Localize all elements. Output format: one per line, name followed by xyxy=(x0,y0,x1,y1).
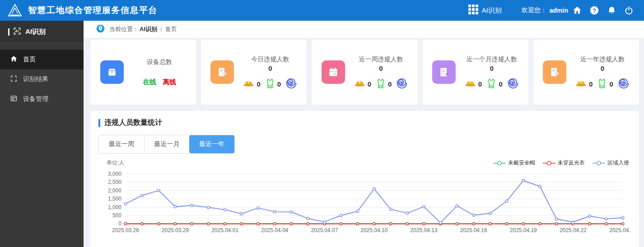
vest-icon xyxy=(265,78,275,89)
intrusion-spiral-icon xyxy=(618,78,630,89)
svg-text:1,000: 1,000 xyxy=(108,204,121,210)
vest-icon xyxy=(597,78,607,89)
scan-icon xyxy=(10,75,18,84)
legend-item-helmet[interactable]: 未戴安全帽 xyxy=(493,159,535,167)
svg-text:2,500: 2,500 xyxy=(108,179,121,185)
card-title: 今日违规人数 xyxy=(251,55,289,64)
vest-count: 0 xyxy=(277,80,281,88)
sidebar-title: A AI识别 xyxy=(0,21,84,43)
stat-card-week-violations: 近一周违规人数 0 0 xyxy=(312,40,417,105)
section-accent-bar xyxy=(98,119,100,127)
svg-text:1,500: 1,500 xyxy=(108,196,121,202)
breadcrumb-root[interactable]: AI识别 xyxy=(140,25,157,33)
vest-icon xyxy=(486,78,496,89)
stat-cards-row: 设备总数 在线 离线 xyxy=(90,40,639,105)
svg-text:2025.03.29: 2025.03.29 xyxy=(162,227,189,233)
home-icon[interactable] xyxy=(569,5,585,15)
intrusion-spiral-icon xyxy=(285,78,297,89)
svg-text:2025.04.13: 2025.04.13 xyxy=(411,227,438,233)
tab-last-week[interactable]: 最近一周 xyxy=(99,135,144,153)
sidebar-item-label: 首页 xyxy=(23,55,36,64)
sidebar-item-label: 设备管理 xyxy=(23,95,48,103)
legend-item-vest[interactable]: 未穿反光衣 xyxy=(542,159,585,167)
section-title: 违规人员数量统计 xyxy=(104,118,162,128)
device-icon xyxy=(10,95,18,104)
svg-text:3,000: 3,000 xyxy=(108,171,121,177)
svg-text:2025.03.26: 2025.03.26 xyxy=(112,227,139,233)
sidebar-menu: 首页 识别结果 设备管理 xyxy=(0,50,84,109)
helmet-count: 0 xyxy=(257,80,260,88)
card-title: 设备总数 xyxy=(147,58,172,66)
sidebar-item-results[interactable]: 识别结果 xyxy=(0,69,84,89)
help-icon[interactable]: ? xyxy=(586,5,602,15)
online-label: 在线 xyxy=(143,78,156,87)
svg-text:0: 0 xyxy=(118,220,121,227)
svg-text:500: 500 xyxy=(112,212,121,219)
violations-stats-panel: 违规人员数量统计 最近一周 最近一月 最近一年 单位:人 未戴安全帽 未穿反光衣 xyxy=(90,111,639,247)
card-value: 0 xyxy=(379,64,383,72)
archive-box-icon xyxy=(100,60,124,84)
intrusion-spiral-icon xyxy=(507,78,519,89)
stat-card-year-violations: 近一年违规人数 0 0 xyxy=(533,40,639,105)
svg-text:2025.04.25: 2025.04.25 xyxy=(609,227,631,233)
legend-marker xyxy=(542,160,556,166)
stat-card-device-total: 设备总数 在线 离线 xyxy=(90,40,196,105)
home-icon xyxy=(10,55,18,64)
violation-breakdown: 0 0 xyxy=(465,78,519,89)
ai-scan-icon: A xyxy=(13,27,22,37)
app-switcher[interactable]: AI识别 xyxy=(468,5,502,16)
tab-last-month[interactable]: 最近一月 xyxy=(144,135,189,153)
app-header: 智慧工地综合管理服务信息平台 AI识别 欢迎您： admin ? xyxy=(0,0,644,21)
svg-text:2025.04.01: 2025.04.01 xyxy=(211,227,238,233)
sidebar: A AI识别 首页 识别结果 xyxy=(0,21,84,247)
page-title: 智慧工地综合管理服务信息平台 xyxy=(28,5,158,16)
main-content: 当前位置： AI识别 / 首页 设备总数 在线 离 xyxy=(84,21,644,247)
svg-text:2025.04.10: 2025.04.10 xyxy=(361,227,388,233)
svg-text:2,000: 2,000 xyxy=(108,188,121,194)
legend-label: 未穿反光衣 xyxy=(558,159,585,167)
helmet-count: 0 xyxy=(478,80,482,88)
legend-label: 未戴安全帽 xyxy=(508,159,535,167)
username[interactable]: admin xyxy=(550,7,568,14)
helmet-count: 0 xyxy=(368,80,371,88)
intrusion-spiral-icon xyxy=(396,78,408,89)
helmet-icon xyxy=(243,79,254,87)
sidebar-item-home[interactable]: 首页 xyxy=(0,50,84,69)
violation-breakdown: 0 0 xyxy=(354,78,408,89)
apps-grid-icon xyxy=(468,5,478,16)
location-pin-icon xyxy=(96,24,105,34)
document-icon xyxy=(432,60,456,84)
stat-card-today-violations: 今日违规人数 0 0 xyxy=(201,40,307,105)
helmet-icon xyxy=(575,79,587,87)
sidebar-item-label: 识别结果 xyxy=(23,75,48,83)
svg-text:A: A xyxy=(15,29,18,33)
report-icon xyxy=(543,60,566,84)
legend-marker xyxy=(592,160,606,166)
vest-count: 0 xyxy=(499,80,502,88)
vest-icon xyxy=(376,78,386,89)
power-icon[interactable] xyxy=(621,6,637,15)
unit-label: 单位:人 xyxy=(107,159,124,167)
sidebar-item-devices[interactable]: 设备管理 xyxy=(0,89,84,109)
card-title: 近一年违规人数 xyxy=(580,55,625,64)
breadcrumb: 当前位置： AI识别 / 首页 xyxy=(84,21,644,38)
breadcrumb-separator: / xyxy=(160,26,162,33)
calendar-icon xyxy=(322,60,345,84)
offline-label: 离线 xyxy=(163,78,176,87)
time-range-tabs: 最近一周 最近一月 最近一年 xyxy=(98,135,235,154)
svg-text:2025.04.16: 2025.04.16 xyxy=(460,227,487,233)
card-value: 0 xyxy=(268,64,272,72)
vest-count: 0 xyxy=(388,80,392,88)
svg-text:2025.04.07: 2025.04.07 xyxy=(311,227,338,233)
legend-item-intrusion[interactable]: 区域入侵 xyxy=(592,159,629,167)
violation-breakdown: 0 0 xyxy=(243,78,297,89)
violation-breakdown: 0 0 xyxy=(575,78,630,89)
svg-text:2025.04.04: 2025.04.04 xyxy=(261,227,288,233)
tab-last-year[interactable]: 最近一年 xyxy=(189,135,234,153)
svg-text:2025.04.22: 2025.04.22 xyxy=(560,227,587,233)
bell-icon[interactable] xyxy=(603,6,620,15)
sidebar-title-bar xyxy=(8,28,9,36)
chart-legend: 未戴安全帽 未穿反光衣 区域入侵 xyxy=(485,159,629,167)
violations-line-chart: 05001,0001,5002,0002,5003,0002025.03.262… xyxy=(98,168,631,240)
breadcrumb-current[interactable]: 首页 xyxy=(165,25,177,33)
